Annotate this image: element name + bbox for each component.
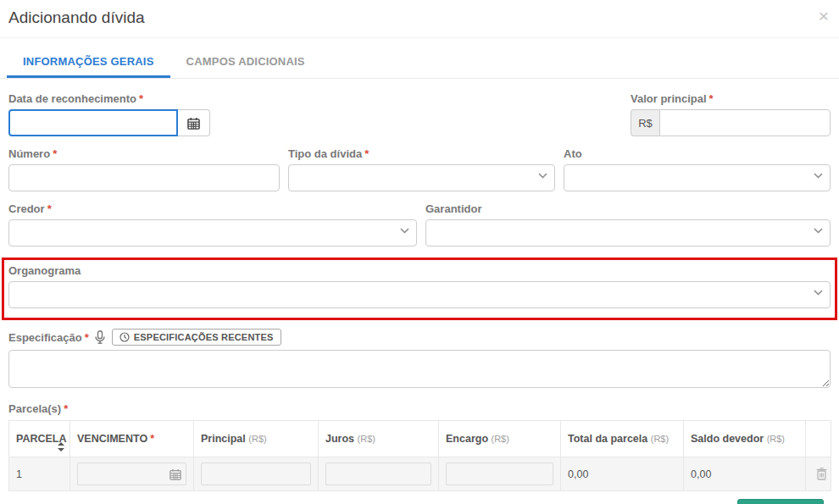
tab-informacoes-gerais[interactable]: INFORMAÇÕES GERAIS [7,48,170,78]
label-numero: Número* [8,147,280,160]
parcela-number-cell: 1 [9,457,70,491]
column-header-juros: Juros (R$) [319,421,439,457]
page-title: Adicionando dívida [8,8,831,27]
column-header-total-parcela: Total da parcela (R$) [561,421,684,457]
column-header-vencimento: VENCIMENTO* [70,421,194,457]
currency-prefix: R$ [631,109,659,136]
label-tipo-divida: Tipo da dívida* [288,147,555,160]
label-organograma: Organograma [8,264,831,277]
microphone-icon[interactable] [95,330,105,344]
garantidor-select[interactable] [425,219,831,246]
label-especificacao: Especificação* [8,331,89,344]
encargo-input[interactable] [446,462,553,485]
organograma-select[interactable] [8,281,831,308]
column-header-saldo-devedor: Saldo devedor (R$) [684,421,806,457]
label-credor: Credor* [8,202,417,215]
required-asterisk: * [150,433,154,445]
required-asterisk: * [139,92,143,105]
column-header-actions [806,421,831,457]
saldo-devedor-value: 0,00 [684,457,806,491]
column-header-principal: Principal (R$) [194,421,319,457]
required-asterisk: * [64,402,68,415]
label-garantidor: Garantidor [425,202,831,215]
total-parcela-value: 0,00 [561,457,684,491]
column-header-parcela[interactable]: PARCELA [9,421,70,457]
required-asterisk: * [53,147,57,160]
label-data-reconhecimento: Data de reconhecimento* [8,92,210,105]
required-asterisk: * [364,147,369,160]
especificacao-textarea[interactable] [8,350,831,388]
delete-row-button[interactable] [813,464,831,484]
label-ato: Ato [564,147,831,160]
numero-input[interactable] [8,164,280,191]
add-debt-modal: Adicionando dívida × INFORMAÇÕES GERAIS … [0,0,839,504]
close-icon[interactable]: × [819,7,829,25]
calendar-button[interactable] [178,109,210,136]
clock-icon [119,332,130,342]
required-asterisk: * [85,331,89,344]
modal-header: Adicionando dívida × [0,0,839,38]
calendar-icon [187,117,200,130]
sort-icon [58,442,64,451]
table-row: 1 0,00 0,00 [9,457,831,491]
tab-bar: INFORMAÇÕES GERAIS CAMPOS ADICIONAIS [0,48,839,79]
form-body: Data de reconhecimento* Valor principal*… [0,79,839,504]
trash-icon [816,468,827,480]
required-asterisk: * [47,202,52,215]
especificacoes-recentes-button[interactable]: ESPECIFICAÇÕES RECENTES [112,329,281,346]
column-header-encargo: Encargo (R$) [439,421,561,457]
vencimento-input[interactable] [77,462,186,485]
data-reconhecimento-input[interactable] [8,109,178,136]
juros-input[interactable] [325,462,431,485]
principal-input[interactable] [201,462,311,485]
tipo-divida-select[interactable] [288,164,555,191]
organograma-highlight-annotation: Organograma [2,258,837,320]
add-parcela-button[interactable]: + PARCELA [737,499,824,504]
label-parcelas: Parcela(s)* [8,402,831,415]
parcelas-table: PARCELA VENCIMENTO* Principal (R$) Juros… [8,420,831,491]
credor-select[interactable] [8,219,417,246]
valor-principal-input[interactable] [659,109,831,136]
required-asterisk: * [709,92,714,105]
ato-select[interactable] [564,164,831,191]
tab-campos-adicionais[interactable]: CAMPOS ADICIONAIS [170,48,321,78]
label-valor-principal: Valor principal* [631,92,831,105]
